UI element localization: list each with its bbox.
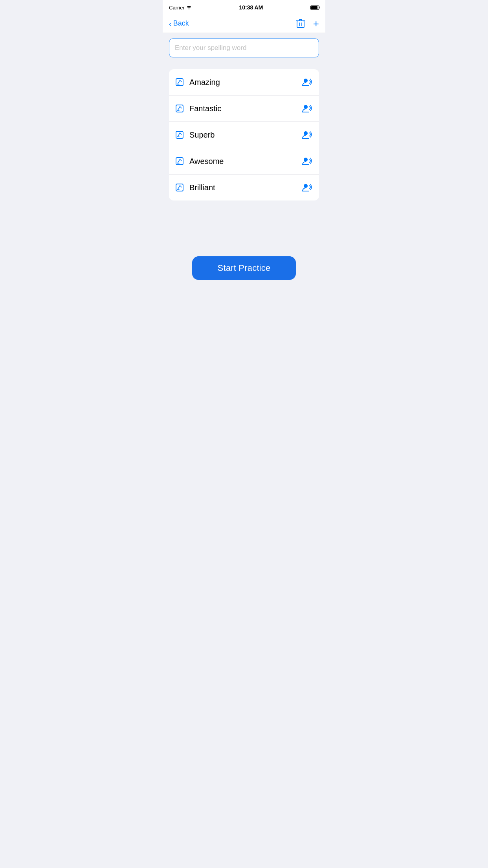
edit-icon[interactable] [175, 157, 184, 166]
word-left: Brilliant [175, 183, 215, 192]
word-list-item: Awesome [169, 148, 319, 175]
svg-line-14 [178, 107, 180, 110]
svg-line-24 [178, 159, 180, 163]
back-chevron-icon: ‹ [169, 20, 172, 28]
plus-icon: + [313, 18, 319, 29]
wifi-icon [186, 6, 192, 10]
add-button[interactable]: + [313, 18, 319, 29]
status-time: 10:38 AM [239, 4, 263, 11]
delete-button[interactable] [296, 18, 305, 29]
input-area [163, 33, 325, 63]
nav-bar: ‹ Back + [163, 14, 325, 33]
word-list: Amazing Fantastic [169, 69, 319, 200]
edit-icon[interactable] [175, 131, 184, 139]
svg-line-25 [180, 159, 182, 161]
back-button[interactable]: ‹ Back [169, 19, 189, 28]
speak-icon[interactable] [301, 155, 313, 167]
word-text: Superb [189, 131, 215, 140]
svg-line-29 [178, 186, 180, 189]
battery-icon [310, 6, 319, 10]
battery-fill [311, 6, 317, 9]
svg-line-19 [178, 133, 180, 137]
svg-rect-23 [176, 158, 183, 165]
spelling-word-input[interactable] [169, 39, 319, 57]
svg-point-27 [304, 158, 308, 162]
word-list-item: Fantastic [169, 96, 319, 122]
word-text: Fantastic [189, 104, 221, 113]
word-list-item: Amazing [169, 69, 319, 96]
status-bar: Carrier 10:38 AM [163, 0, 325, 14]
svg-line-30 [180, 186, 182, 187]
svg-line-15 [180, 107, 182, 108]
edit-icon[interactable] [175, 78, 184, 86]
edit-icon[interactable] [175, 183, 184, 192]
back-label: Back [173, 19, 189, 28]
svg-line-20 [180, 133, 182, 134]
bottom-area: Start Practice [163, 256, 325, 280]
svg-point-0 [189, 8, 189, 9]
speak-icon[interactable] [301, 76, 313, 88]
word-left: Awesome [175, 157, 224, 166]
word-text: Awesome [189, 157, 224, 166]
carrier-text: Carrier [169, 5, 185, 11]
svg-rect-18 [176, 131, 183, 138]
svg-point-22 [304, 131, 308, 135]
start-practice-button[interactable]: Start Practice [192, 256, 296, 280]
battery-indicator [310, 6, 319, 10]
word-list-item: Superb [169, 122, 319, 148]
svg-line-10 [180, 80, 182, 82]
svg-rect-1 [297, 21, 304, 28]
word-list-item: Brilliant [169, 175, 319, 200]
nav-actions: + [296, 18, 319, 29]
word-left: Superb [175, 131, 215, 140]
svg-rect-13 [176, 105, 183, 112]
speak-icon[interactable] [301, 103, 313, 114]
trash-icon [296, 18, 305, 29]
word-left: Amazing [175, 78, 220, 87]
carrier-label: Carrier [169, 5, 192, 11]
word-left: Fantastic [175, 104, 221, 113]
svg-point-17 [304, 105, 308, 109]
svg-rect-28 [176, 184, 183, 191]
edit-icon[interactable] [175, 104, 184, 113]
speak-icon[interactable] [301, 129, 313, 141]
word-text: Brilliant [189, 183, 215, 192]
svg-point-12 [304, 79, 308, 83]
svg-point-32 [304, 184, 308, 188]
svg-line-9 [178, 80, 180, 84]
speak-icon[interactable] [301, 182, 313, 193]
word-text: Amazing [189, 78, 220, 87]
svg-rect-8 [176, 79, 183, 86]
